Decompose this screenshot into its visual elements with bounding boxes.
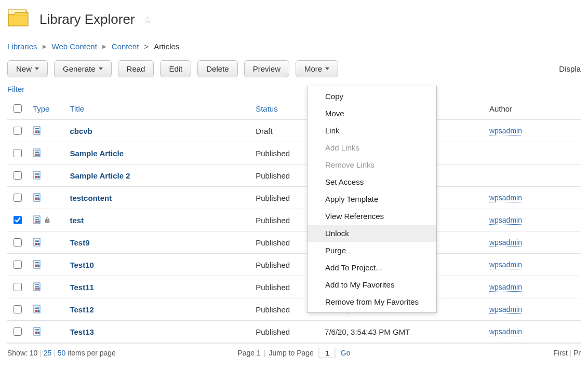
row-author-link[interactable]: wpsadmin bbox=[489, 194, 522, 202]
row-status: Published bbox=[256, 261, 290, 269]
svg-rect-23 bbox=[35, 217, 39, 218]
row-checkbox[interactable] bbox=[14, 261, 22, 269]
per-page-10[interactable]: 10 bbox=[30, 349, 38, 357]
column-author[interactable]: Author bbox=[485, 98, 581, 120]
row-title-link[interactable]: testcontent bbox=[70, 194, 112, 202]
row-title-link[interactable]: test bbox=[70, 216, 84, 225]
svg-rect-46 bbox=[35, 310, 37, 312]
table-row: testPublishedwpsadmin bbox=[7, 209, 581, 231]
first-page-link[interactable]: First bbox=[553, 349, 567, 357]
svg-rect-42 bbox=[37, 288, 39, 290]
svg-rect-8 bbox=[35, 151, 39, 152]
row-title-link[interactable]: Test11 bbox=[70, 283, 93, 292]
select-all-checkbox[interactable] bbox=[14, 104, 22, 113]
row-checkbox[interactable] bbox=[14, 194, 22, 202]
toolbar: New Generate Read Edit Delete Preview Mo… bbox=[7, 60, 581, 77]
document-icon bbox=[33, 171, 42, 179]
svg-rect-24 bbox=[35, 219, 39, 220]
svg-rect-29 bbox=[35, 240, 39, 241]
row-title-link[interactable]: Test13 bbox=[70, 327, 93, 336]
current-page-label: Page 1 bbox=[237, 349, 260, 357]
svg-rect-36 bbox=[35, 265, 37, 267]
more-dropdown-menu: CopyMoveLinkAdd LinksRemove LinksSet Acc… bbox=[307, 86, 437, 313]
menu-item-purge[interactable]: Purge bbox=[308, 242, 436, 259]
menu-item-add-to-my-favorites[interactable]: Add to My Favorites bbox=[308, 276, 436, 293]
table-row: cbcvbDraftwpsadmin bbox=[7, 120, 581, 142]
row-checkbox[interactable] bbox=[14, 305, 22, 313]
more-button[interactable]: More bbox=[296, 60, 338, 77]
svg-rect-6 bbox=[37, 131, 39, 133]
row-author-link[interactable]: wpsadmin bbox=[489, 261, 522, 269]
menu-item-set-access[interactable]: Set Access bbox=[308, 173, 436, 190]
edit-button[interactable]: Edit bbox=[160, 60, 191, 77]
svg-rect-26 bbox=[37, 221, 39, 223]
row-title-link[interactable]: Test10 bbox=[70, 261, 93, 269]
row-title-link[interactable]: Sample Article 2 bbox=[70, 171, 130, 180]
row-checkbox[interactable] bbox=[14, 171, 22, 180]
row-title-link[interactable]: Test12 bbox=[70, 305, 93, 314]
svg-rect-40 bbox=[35, 286, 39, 287]
row-title-link[interactable]: Sample Article bbox=[70, 149, 124, 158]
page-header: Library Explorer ☆ bbox=[7, 8, 581, 31]
svg-rect-21 bbox=[37, 198, 39, 200]
per-page-50[interactable]: 50 bbox=[58, 349, 66, 357]
row-checkbox[interactable] bbox=[14, 283, 22, 291]
breadcrumb-web-content[interactable]: Web Content bbox=[52, 42, 97, 51]
menu-item-link[interactable]: Link bbox=[308, 122, 436, 139]
svg-rect-35 bbox=[35, 264, 39, 265]
menu-item-remove-from-my-favorites[interactable]: Remove from My Favorites bbox=[308, 293, 436, 310]
content-table: Type Title Status Author cbcvbDraftwpsad… bbox=[7, 98, 581, 343]
menu-item-add-to-project[interactable]: Add To Project... bbox=[308, 259, 436, 276]
prev-page-link-cut[interactable]: Pr bbox=[573, 349, 581, 357]
column-title[interactable]: Title bbox=[65, 98, 251, 120]
menu-item-move[interactable]: Move bbox=[308, 105, 436, 122]
svg-rect-18 bbox=[35, 195, 39, 196]
row-author-link[interactable]: wpsadmin bbox=[489, 283, 522, 292]
column-type[interactable]: Type bbox=[29, 98, 66, 120]
row-author-link[interactable]: wpsadmin bbox=[489, 238, 522, 247]
menu-item-add-links: Add Links bbox=[308, 139, 436, 156]
jump-to-page-label: Jump to Page bbox=[269, 349, 313, 357]
filter-link[interactable]: Filter bbox=[7, 85, 24, 93]
row-author-link[interactable]: wpsadmin bbox=[489, 127, 522, 135]
page-number-input[interactable] bbox=[319, 348, 336, 358]
per-page-25[interactable]: 25 bbox=[44, 349, 52, 357]
row-author-link[interactable]: wpsadmin bbox=[489, 305, 522, 314]
menu-item-apply-template[interactable]: Apply Template bbox=[308, 190, 436, 208]
svg-rect-10 bbox=[35, 154, 37, 156]
caret-down-icon bbox=[325, 67, 329, 70]
table-row: testcontentPublishedwpsadmin bbox=[7, 187, 581, 209]
svg-rect-50 bbox=[35, 331, 39, 332]
row-author-link[interactable]: wpsadmin bbox=[489, 216, 522, 225]
row-checkbox[interactable] bbox=[14, 327, 22, 336]
svg-rect-39 bbox=[35, 284, 39, 285]
filter-row: Filter bbox=[7, 85, 581, 93]
new-button[interactable]: New bbox=[7, 60, 48, 77]
breadcrumb-content[interactable]: Content bbox=[112, 42, 139, 51]
row-checkbox[interactable] bbox=[14, 149, 22, 157]
row-checkbox[interactable] bbox=[14, 127, 22, 135]
breadcrumb-separator: > bbox=[144, 42, 149, 51]
go-button[interactable]: Go bbox=[341, 349, 351, 357]
svg-rect-30 bbox=[35, 241, 39, 242]
breadcrumb-libraries[interactable]: Libraries bbox=[7, 42, 37, 51]
row-author-link[interactable]: wpsadmin bbox=[489, 327, 522, 336]
svg-rect-13 bbox=[35, 173, 39, 174]
menu-item-view-references[interactable]: View References bbox=[308, 208, 436, 225]
row-title-link[interactable]: Test9 bbox=[70, 238, 89, 247]
row-checkbox[interactable] bbox=[14, 216, 22, 224]
row-checkbox[interactable] bbox=[14, 238, 22, 247]
menu-item-copy[interactable]: Copy bbox=[308, 88, 436, 105]
generate-button[interactable]: Generate bbox=[54, 60, 112, 77]
read-button[interactable]: Read bbox=[118, 60, 154, 77]
menu-item-remove-links: Remove Links bbox=[308, 156, 436, 173]
row-title-link[interactable]: cbcvb bbox=[70, 127, 92, 135]
preview-button[interactable]: Preview bbox=[244, 60, 289, 77]
document-icon bbox=[33, 260, 42, 268]
favorite-star-icon[interactable]: ☆ bbox=[143, 14, 152, 25]
menu-item-unlock[interactable]: Unlock bbox=[308, 225, 436, 242]
svg-rect-15 bbox=[35, 176, 37, 178]
svg-rect-19 bbox=[35, 197, 39, 198]
document-icon bbox=[33, 305, 42, 313]
delete-button[interactable]: Delete bbox=[197, 60, 237, 77]
